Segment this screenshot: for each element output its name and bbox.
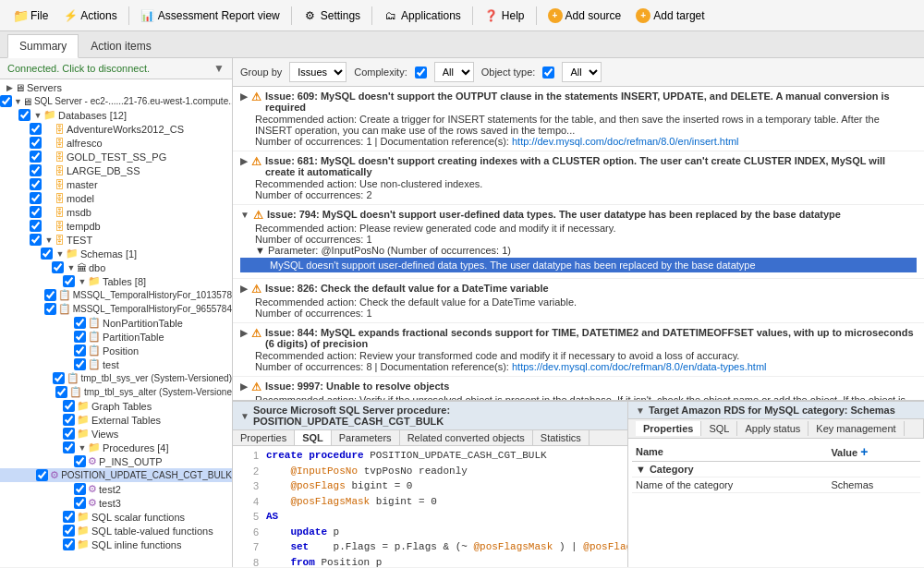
tmp-sys-alter-cb[interactable] xyxy=(55,386,67,398)
actions-menu[interactable]: ⚡ Actions xyxy=(57,6,122,26)
settings-button[interactable]: ⚙ Settings xyxy=(298,6,366,26)
issue-9997-title[interactable]: ▶ ⚠ Issue: 9997: Unable to resolve objec… xyxy=(240,381,917,393)
test3-cb[interactable] xyxy=(74,497,86,509)
alfresco-node[interactable]: ▶ 🗄 alfresco xyxy=(0,136,232,150)
target-tab-properties[interactable]: Properties xyxy=(636,421,701,436)
alfresco-cb[interactable] xyxy=(30,137,42,149)
large-db-cb[interactable] xyxy=(30,164,42,176)
add-target-button[interactable]: + Add target xyxy=(630,6,710,26)
procedures-node[interactable]: ▼ 📁 Procedures [4] xyxy=(0,441,232,454)
tab-summary[interactable]: Summary xyxy=(7,34,79,58)
test3-node[interactable]: ⚙ test3 xyxy=(0,496,232,510)
table-valued-node[interactable]: 📁 SQL table-valued functions xyxy=(0,524,232,538)
mssql2-cb[interactable] xyxy=(44,303,56,315)
tab-action-items[interactable]: Action items xyxy=(79,34,163,57)
category-arrow[interactable]: ▼ xyxy=(636,464,646,475)
test-db-arrow[interactable]: ▼ xyxy=(43,236,55,245)
msdb-node[interactable]: ▶ 🗄 msdb xyxy=(0,205,232,219)
tempdb-node[interactable]: ▶ 🗄 tempdb xyxy=(0,219,232,233)
dbo-node[interactable]: ▼ 🏛 dbo xyxy=(0,260,232,274)
issue-9997-arrow[interactable]: ▶ xyxy=(240,381,248,392)
scalar-functions-cb[interactable] xyxy=(63,511,75,523)
gold-test-cb[interactable] xyxy=(30,151,42,163)
msdb-cb[interactable] xyxy=(30,206,42,218)
source-tab-related[interactable]: Related converted objects xyxy=(400,430,533,445)
test-table-node[interactable]: 📋 test xyxy=(0,357,232,371)
tmp-sys-alter-node[interactable]: 📋 tmp_tbl_sys_alter (System-Versione xyxy=(0,385,232,399)
procedures-arrow[interactable]: ▼ xyxy=(77,443,88,453)
table-valued-cb[interactable] xyxy=(63,525,75,537)
issue-844-link[interactable]: https://dev.mysql.com/doc/refman/8.0/en/… xyxy=(512,361,767,372)
source-tab-parameters[interactable]: Parameters xyxy=(332,430,400,445)
complexity-select[interactable]: All xyxy=(434,62,474,82)
issue-681-arrow[interactable]: ▶ xyxy=(240,156,248,166)
sql-server-arrow[interactable]: ▼ xyxy=(14,97,22,106)
target-tab-sql[interactable]: SQL xyxy=(701,421,737,436)
position-update-node[interactable]: ⚙ POSITION_UPDATE_CASH_CGT_BULK xyxy=(0,468,232,482)
target-tab-key-management[interactable]: Key management xyxy=(808,421,904,436)
target-tab-apply-status[interactable]: Apply status xyxy=(737,421,808,436)
databases-node[interactable]: ▼ 📁 Databases [12] xyxy=(0,108,232,122)
position-node[interactable]: 📋 Position xyxy=(0,344,232,357)
external-tables-cb[interactable] xyxy=(63,414,75,426)
p-ins-outp-cb[interactable] xyxy=(74,455,86,467)
partition-cb[interactable] xyxy=(74,331,86,343)
inline-functions-cb[interactable] xyxy=(63,538,75,550)
group-by-select[interactable]: Issues xyxy=(289,62,346,82)
issue-826-arrow[interactable]: ▶ xyxy=(240,284,248,294)
model-node[interactable]: ▶ 🗄 model xyxy=(0,191,232,205)
servers-arrow[interactable]: ▶ xyxy=(4,83,15,92)
tables-arrow[interactable]: ▼ xyxy=(77,277,88,286)
issue-681-title[interactable]: ▶ ⚠ Issue: 681: MySQL doesn't support cr… xyxy=(240,155,917,177)
target-panel-arrow[interactable]: ▼ xyxy=(636,405,645,416)
procedures-cb[interactable] xyxy=(63,441,75,453)
adventureworks-node[interactable]: ▶ 🗄 AdventureWorks2012_CS xyxy=(0,122,232,136)
position-cb[interactable] xyxy=(74,344,86,357)
filter-icon[interactable]: ▼ xyxy=(213,62,225,75)
graph-tables-node[interactable]: 📁 Graph Tables xyxy=(0,399,232,413)
sql-server-node[interactable]: ▼ 🖥 SQL Server - ec2-......21-76.eu-west… xyxy=(0,94,232,108)
large-db-node[interactable]: ▶ 🗄 LARGE_DB_SS xyxy=(0,163,232,177)
issue-609-link[interactable]: http://dev.mysql.com/doc/refman/8.0/en/i… xyxy=(512,136,739,147)
tmp-sys-ver-cb[interactable] xyxy=(53,372,65,384)
assessment-button[interactable]: 📊 Assessment Report view xyxy=(135,6,286,26)
mssql2-node[interactable]: 📋 MSSQL_TemporalHistoryFor_9655784 xyxy=(0,302,232,316)
source-panel-arrow[interactable]: ▼ xyxy=(240,411,249,421)
help-button[interactable]: ❓ Help xyxy=(479,6,530,26)
gold-test-node[interactable]: ▶ 🗄 GOLD_TEST_SS_PG xyxy=(0,150,232,163)
databases-cb[interactable] xyxy=(18,109,30,121)
adventureworks-cb[interactable] xyxy=(30,123,42,135)
object-type-checkbox[interactable] xyxy=(542,66,554,79)
test-table-cb[interactable] xyxy=(74,358,86,370)
master-cb[interactable] xyxy=(30,178,42,190)
issue-826-title[interactable]: ▶ ⚠ Issue: 826: Check the default value … xyxy=(240,283,917,296)
file-menu[interactable]: 📁 File xyxy=(7,6,54,26)
issue-794-title[interactable]: ▼ ⚠ Issue: 794: MySQL doesn't support us… xyxy=(240,209,917,222)
position-update-cb[interactable] xyxy=(36,469,48,481)
dbo-arrow[interactable]: ▼ xyxy=(66,263,77,272)
tempdb-cb[interactable] xyxy=(30,220,42,232)
mssql1-node[interactable]: 📋 MSSQL_TemporalHistoryFor_1013578 xyxy=(0,288,232,302)
source-tab-sql[interactable]: SQL xyxy=(295,430,332,445)
external-tables-node[interactable]: 📁 External Tables xyxy=(0,413,232,427)
source-tab-properties[interactable]: Properties xyxy=(233,430,295,445)
test-db-cb[interactable] xyxy=(30,234,42,246)
test2-node[interactable]: ⚙ test2 xyxy=(0,482,232,496)
nonpartition-node[interactable]: 📋 NonPartitionTable xyxy=(0,316,232,330)
scalar-functions-node[interactable]: 📁 SQL scalar functions xyxy=(0,510,232,524)
graph-tables-cb[interactable] xyxy=(63,400,75,412)
add-property-button[interactable]: + xyxy=(860,444,868,459)
partition-node[interactable]: 📋 PartitionTable xyxy=(0,330,232,344)
issue-844-arrow[interactable]: ▶ xyxy=(240,328,248,338)
p-ins-outp-node[interactable]: ⚙ P_INS_OUTP xyxy=(0,454,232,468)
test2-cb[interactable] xyxy=(74,483,86,495)
issue-609-title[interactable]: ▶ ⚠ Issue: 609: MySQL doesn't support th… xyxy=(240,91,917,113)
issue-844-title[interactable]: ▶ ⚠ Issue: 844: MySQL expands fractional… xyxy=(240,327,917,349)
object-type-select[interactable]: All xyxy=(562,62,602,82)
applications-button[interactable]: 🗂 Applications xyxy=(378,6,467,26)
add-source-button[interactable]: + Add source xyxy=(542,6,627,26)
schemas-arrow[interactable]: ▼ xyxy=(55,249,66,259)
inline-functions-node[interactable]: 📁 SQL inline functions xyxy=(0,538,232,551)
tables-node[interactable]: ▼ 📁 Tables [8] xyxy=(0,274,232,288)
views-cb[interactable] xyxy=(63,428,75,440)
